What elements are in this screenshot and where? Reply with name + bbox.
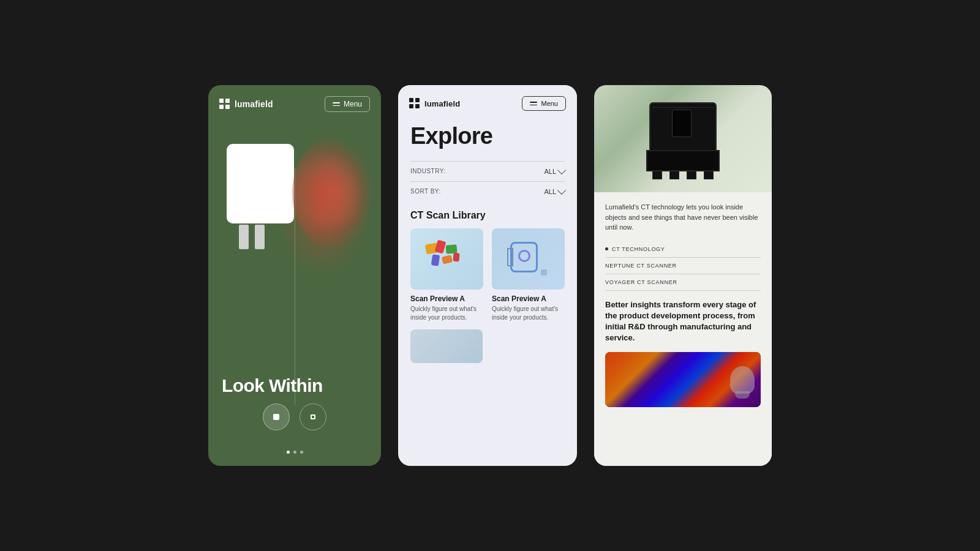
dot-3 xyxy=(300,451,303,454)
plug-prong-right xyxy=(255,225,265,249)
industry-label: INDUSTRY: xyxy=(410,168,446,174)
logo-1: lumafield xyxy=(219,99,273,110)
screens-container: lumafield Menu xyxy=(208,48,772,503)
plug-body xyxy=(227,144,294,223)
screen-1-header: lumafield Menu xyxy=(208,85,381,119)
skull-shape xyxy=(730,366,755,394)
scan-stipple xyxy=(304,150,366,236)
scan-card-1-title: Scan Preview A xyxy=(410,294,483,303)
dot-1 xyxy=(287,451,290,454)
scan-card-2-desc: Quickly figure out what's inside your pr… xyxy=(492,305,565,322)
screen-3-hero xyxy=(594,85,772,192)
screen-2-header: lumafield Menu xyxy=(398,85,577,118)
nav-label-voyager: VOYAGER CT SCANNER xyxy=(605,279,677,285)
ct-indicator-line xyxy=(652,107,714,108)
menu-label-1: Menu xyxy=(344,100,362,108)
industry-value: ALL xyxy=(544,168,565,175)
nav-item-neptune[interactable]: NEPTUNE CT SCANNER xyxy=(605,258,761,274)
screen-1-dots xyxy=(208,451,381,454)
logo-icon-2 xyxy=(409,98,420,109)
insight-text: Better insights transform every stage of… xyxy=(605,299,761,344)
ct-desc: Lumafield's CT technology lets you look … xyxy=(605,202,761,233)
ct-leg-mid xyxy=(669,171,679,179)
square-icon-filled xyxy=(273,414,279,420)
ct-machine-wrapper xyxy=(640,96,726,182)
ct-body-bottom xyxy=(646,150,720,171)
chevron-down-icon-industry xyxy=(557,166,566,174)
scan-grid: Scan Preview A Quickly figure out what's… xyxy=(410,228,565,322)
scan-grid-row-2 xyxy=(410,329,565,363)
ct-leg-left xyxy=(652,171,662,179)
industry-filter[interactable]: INDUSTRY: ALL xyxy=(410,161,565,181)
hamburger-icon-1 xyxy=(333,102,340,106)
screen-1-controls xyxy=(208,403,381,430)
nav-label-ct: CT TECHNOLOGY xyxy=(612,246,665,252)
menu-button-2[interactable]: Menu xyxy=(522,96,566,111)
scan-shape-group-a xyxy=(423,238,472,280)
logo-text-1: lumafield xyxy=(235,99,273,109)
heatmap-overlay xyxy=(605,352,761,407)
scan-shape-group-b xyxy=(507,239,550,279)
logo-text-2: lumafield xyxy=(424,99,460,108)
hamburger-icon-2 xyxy=(530,102,537,105)
ct-leg-right xyxy=(704,171,714,179)
sort-label: SORT BY: xyxy=(410,188,441,195)
scan-card-2[interactable]: Scan Preview A Quickly figure out what's… xyxy=(492,228,565,322)
screen-1-content: Look Within xyxy=(208,119,381,466)
skull-jaw xyxy=(735,391,750,399)
control-button-2[interactable] xyxy=(300,403,326,430)
screen-1: lumafield Menu xyxy=(208,85,381,466)
bullet-icon-ct xyxy=(605,247,608,250)
screen-3: Lumafield's CT technology lets you look … xyxy=(594,85,772,466)
explore-title: Explore xyxy=(410,124,565,149)
scan-card-2-title: Scan Preview A xyxy=(492,294,565,303)
menu-button-1[interactable]: Menu xyxy=(325,96,370,112)
scan-thumb-2 xyxy=(492,228,565,290)
ct-leg-mid2 xyxy=(687,171,696,179)
scan-image-area xyxy=(208,126,381,334)
screen-1-title: Look Within xyxy=(222,375,368,395)
screen-2-body: Explore INDUSTRY: ALL SORT BY: ALL CT Sc… xyxy=(398,118,577,466)
screen-2: lumafield Menu Explore INDUSTRY: ALL xyxy=(398,85,577,466)
heatmap-image xyxy=(605,352,761,407)
nav-label-neptune: NEPTUNE CT SCANNER xyxy=(605,263,677,269)
logo-2: lumafield xyxy=(409,98,460,109)
screen-3-body: Lumafield's CT technology lets you look … xyxy=(594,192,772,466)
ct-scan-library-title: CT Scan Library xyxy=(410,210,565,221)
ct-display-screen xyxy=(672,110,692,137)
plug-prong-left xyxy=(239,225,249,249)
scan-thumb-partial xyxy=(410,329,483,363)
dot-2 xyxy=(293,451,296,454)
sort-value: ALL xyxy=(544,188,565,195)
scan-card-1-desc: Quickly figure out what's inside your pr… xyxy=(410,305,483,322)
sort-filter[interactable]: SORT BY: ALL xyxy=(410,181,565,201)
menu-label-2: Menu xyxy=(541,100,558,107)
nav-item-voyager[interactable]: VOYAGER CT SCANNER xyxy=(605,274,761,291)
nav-item-ct-technology[interactable]: CT TECHNOLOGY xyxy=(605,241,761,258)
scan-card-1[interactable]: Scan Preview A Quickly figure out what's… xyxy=(410,228,483,322)
chevron-down-icon-sort xyxy=(557,186,566,195)
scan-thumb-1 xyxy=(410,228,483,290)
control-button-1[interactable] xyxy=(263,403,290,430)
logo-icon-1 xyxy=(219,99,230,110)
square-icon-outline xyxy=(311,414,315,419)
